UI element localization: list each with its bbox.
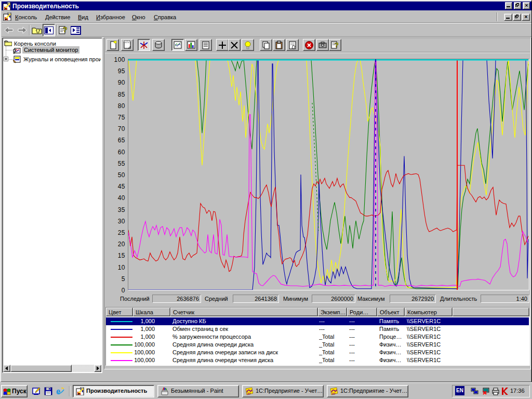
svg-text:?: ? — [335, 41, 339, 49]
svg-text:e: e — [56, 387, 60, 395]
svg-text:07: 07 — [247, 392, 251, 395]
svg-text:?: ? — [63, 25, 68, 34]
svg-text:07: 07 — [332, 392, 336, 395]
